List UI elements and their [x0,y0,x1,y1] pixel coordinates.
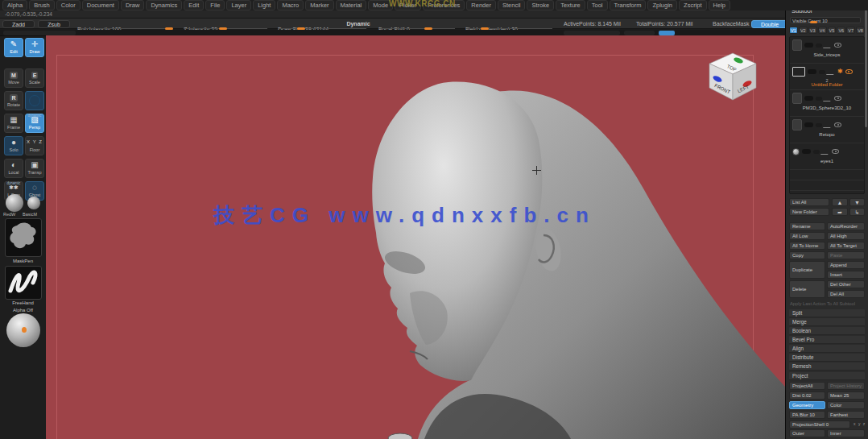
dist-slider[interactable]: Dist 0.02 [789,391,825,400]
menu-item[interactable]: Render [466,0,496,10]
visible-count-handle[interactable] [810,21,817,23]
fov-slider[interactable]: Field of view(deg) 30 [465,20,552,30]
projection-shell-slider[interactable]: ProjectionShell 0 [789,420,850,429]
subtool-version-button[interactable]: V1 [789,27,798,34]
uv-toggle[interactable] [819,70,825,74]
subtool-thumbnail[interactable] [792,93,802,104]
focal-shift-slider[interactable]: Focal Shift 0 [378,20,455,30]
menu-item[interactable]: Transform [610,0,647,10]
all-to-home-button[interactable]: All To Home [789,242,825,250]
subtool-version-button[interactable]: V8 [856,27,865,34]
menu-item[interactable]: Draw [121,0,145,10]
floor-button[interactable]: X Y Z Floor [25,136,44,155]
subtool-thumbnail[interactable] [792,39,802,51]
polypaint-toggle[interactable] [808,69,816,74]
del-other-button[interactable]: Del Other [827,280,865,288]
polypaint-toggle[interactable] [802,149,811,154]
transp-button[interactable]: ▣ Transp [25,159,44,178]
uv-toggle[interactable] [816,123,822,127]
inner-button[interactable]: Inner [827,429,865,437]
subtool-item[interactable]: ✱ Side_triceps [790,37,864,64]
section-header[interactable]: Remesh [789,362,865,371]
uv-toggle[interactable] [816,43,822,48]
sculpt-brush-icon[interactable] [820,149,831,155]
insert-button[interactable]: Insert [827,271,865,279]
menu-item[interactable]: Marker [305,0,333,10]
all-to-target-button[interactable]: All To Target [827,242,865,250]
menu-item[interactable]: Material [336,0,367,10]
geometry-button[interactable]: Geometry [789,401,825,409]
persp-button[interactable]: dynamic ▨ Persp [25,114,44,133]
pa-blur-slider[interactable]: PA Blur 10 [789,411,825,419]
menu-item[interactable]: Dynamics [146,0,182,10]
copy-button[interactable]: Copy [789,251,825,259]
subtool-version-button[interactable]: V3 [808,27,817,34]
rotate-button[interactable]: R Rotate [4,91,23,110]
visibility-eye-icon[interactable] [834,43,841,48]
menu-item[interactable]: Document [82,0,119,10]
subtool-item[interactable]: ✱ PM3D_Sphere3D2_10 [790,90,864,117]
polypaint-toggle[interactable] [804,122,813,127]
subtool-version-button[interactable]: V2 [799,27,808,34]
edit-button[interactable]: ✎ Edit [4,38,23,57]
subtool-version-button[interactable]: V4 [818,27,827,34]
duplicate-button[interactable]: Duplicate [789,261,825,279]
rename-button[interactable]: Rename [789,222,825,230]
dynamic-draw-size-button[interactable]: Dynamic [342,20,374,28]
panel-scrollbar[interactable] [865,6,867,127]
menu-item[interactable]: Edit [184,0,204,10]
uv-toggle[interactable] [813,150,820,154]
frame-button[interactable]: ▦ Frame [4,114,23,133]
brush-thumbnail[interactable] [5,218,42,257]
polypaint-toggle[interactable] [804,96,813,101]
del-all-button[interactable]: Del All [827,290,865,298]
farthest-button[interactable]: Farthest [827,411,865,419]
move-button[interactable]: M Move [4,68,23,88]
menu-item[interactable]: Brush [29,0,55,10]
visibility-eye-icon[interactable] [834,122,841,127]
project-history-button[interactable]: Project History [827,382,865,390]
visibility-eye-icon[interactable] [834,96,841,101]
project-section-header[interactable]: Project [789,372,865,380]
circle-stroke-button[interactable] [25,91,44,110]
menu-item[interactable]: Color [56,0,81,10]
subtool-thumbnail[interactable] [792,119,802,130]
section-header[interactable]: Bevel Pro [789,336,865,344]
folder-gear-icon[interactable]: ✱ [837,69,843,74]
subtool-thumbnail[interactable] [792,67,805,77]
new-folder-button[interactable]: New Folder [789,208,829,216]
stroke-thumbnail[interactable] [5,266,42,300]
menu-item[interactable]: Texture [556,0,585,10]
subtool-thumbnail[interactable] [792,148,800,155]
sculpt-brush-icon[interactable] [823,43,833,48]
section-header[interactable]: Align [789,345,865,353]
menu-item[interactable]: Stroke [527,0,554,10]
move-out-folder-button[interactable]: ➦ [832,208,848,216]
all-low-button[interactable]: All Low [789,232,825,240]
menu-item[interactable]: Macro [277,0,304,10]
xyz-toggles[interactable]: x y z [854,421,866,426]
list-all-button[interactable]: List All [789,198,829,206]
section-header[interactable]: Split [789,309,865,317]
document-canvas[interactable]: 技艺CG www.qdnxxfb.cn TOP FRONT LEFT [46,35,785,439]
menu-item[interactable]: Alpha [2,0,27,10]
section-header[interactable]: Merge [789,318,865,326]
zadd-button[interactable]: Zadd [2,20,35,28]
material-thumb-redwax[interactable] [6,194,23,212]
subtool-version-button[interactable]: V7 [846,27,855,34]
sculpt-brush-icon[interactable] [823,96,833,101]
move-into-folder-button[interactable]: ↳ [849,208,865,216]
projectall-button[interactable]: ProjectAll [789,382,825,390]
subtool-item[interactable]: ✱ 2 Untitled Folder [790,64,864,90]
autoreorder-button[interactable]: AutoReorder [827,222,865,230]
subtool-version-button[interactable]: V6 [837,27,845,34]
subtool-version-button[interactable]: V5 [828,27,837,34]
mean-slider[interactable]: Mean 25 [827,391,865,400]
sculpt-brush-icon[interactable] [826,69,837,75]
subtool-up-button[interactable]: ▲ [832,198,848,206]
subtool-down-button[interactable]: ▼ [849,198,865,206]
subtool-item[interactable]: ✱ eyes1 [790,143,864,170]
section-header[interactable]: Distribute [789,354,865,362]
rgb-intensity-slider[interactable]: Rgb Intensity 100 [77,20,172,30]
menu-item[interactable]: Tool [587,0,608,10]
